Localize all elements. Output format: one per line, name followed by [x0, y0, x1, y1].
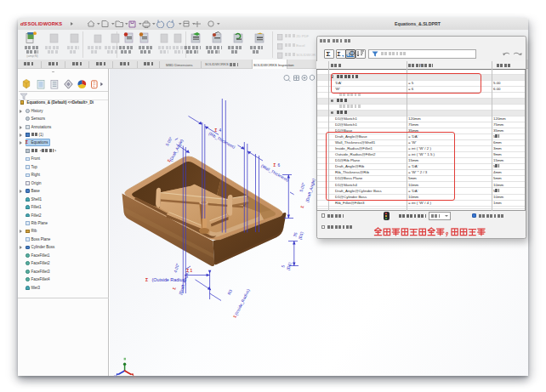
- svg-text:R3: R3: [227, 288, 233, 295]
- svg-text:35: 35: [293, 231, 298, 237]
- svg-text:(Outside Radius): (Outside Radius): [152, 277, 187, 282]
- svg-text:Σ: Σ: [300, 205, 305, 208]
- svg-text:5.00°: 5.00°: [299, 182, 306, 192]
- svg-text:Σ: Σ: [215, 128, 218, 133]
- svg-text:5: 5: [281, 264, 286, 268]
- svg-text:N: N: [114, 374, 117, 378]
- svg-text:Σ 1: Σ 1: [187, 269, 193, 273]
- svg-text:(Draft_Angle): (Draft_Angle): [305, 178, 316, 202]
- svg-text:4.00°: 4.00°: [173, 263, 180, 273]
- svg-text:5.00°: 5.00°: [165, 136, 173, 146]
- svg-text:Σ: Σ: [145, 277, 148, 282]
- svg-text:(D1): (D1): [286, 262, 293, 271]
- svg-text:6: 6: [278, 163, 281, 168]
- svg-text:(Inside_Radius): (Inside_Radius): [234, 288, 250, 316]
- svg-text:(D1): (D1): [298, 231, 304, 241]
- svg-text:Σ: Σ: [172, 287, 177, 290]
- svg-text:4: 4: [219, 128, 222, 133]
- svg-text:(Draft_Angle): (Draft_Angle): [179, 270, 190, 295]
- svg-text:x: x: [134, 375, 135, 379]
- svg-text:Σ: Σ: [274, 163, 276, 168]
